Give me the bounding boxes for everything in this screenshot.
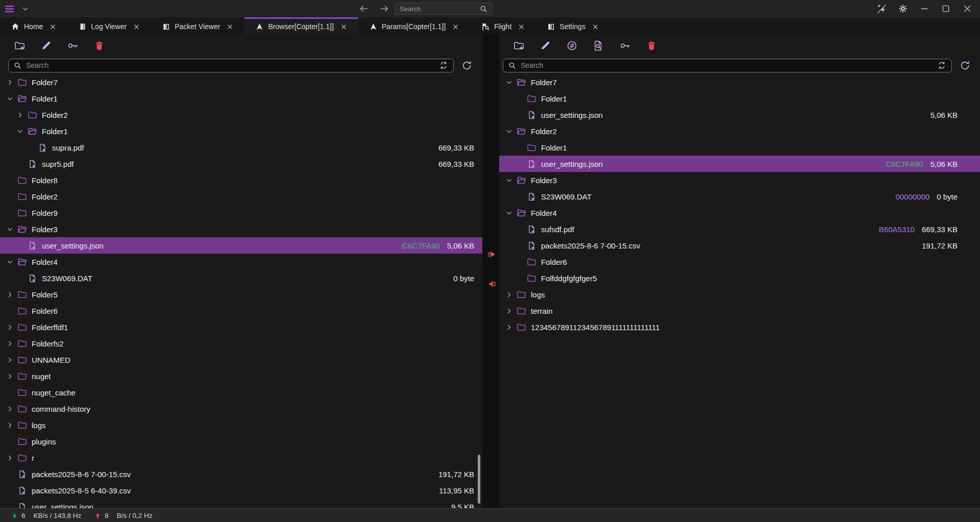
tree-item-folder2[interactable]: Folder2 xyxy=(0,188,482,205)
copy-to-right-button[interactable] xyxy=(486,248,497,260)
chevron-right-icon[interactable] xyxy=(6,421,17,429)
tree-item-folder3[interactable]: Folder3 xyxy=(0,221,482,237)
tree-item-nuget[interactable]: nuget xyxy=(0,368,482,384)
edit-button[interactable] xyxy=(40,39,53,52)
tree-item-s23w069-dat[interactable]: S23W069.DAT000000000 byte xyxy=(499,188,980,205)
key-button[interactable] xyxy=(66,39,79,52)
settings-gear-button[interactable] xyxy=(895,2,911,16)
chevron-right-icon[interactable] xyxy=(16,111,28,119)
chevron-right-icon[interactable] xyxy=(6,340,17,347)
chevron-down-icon[interactable] xyxy=(6,95,17,103)
chevron-down-icon[interactable] xyxy=(6,258,17,266)
tree-item-12345678911234567891111111111111[interactable]: 12345678911234567891111111111111 xyxy=(499,319,980,335)
sync-button[interactable] xyxy=(566,39,578,52)
tree-item-supra-pdf[interactable]: supra.pdf669,33 KB xyxy=(0,139,482,156)
tree-item-packets2025-8-6-7-00-15-csv[interactable]: packets2025-8-6 7-00-15.csv191,72 KB xyxy=(0,466,482,482)
tree-item-command-history[interactable]: command-history xyxy=(0,401,482,417)
tree-item-packets2025-8-6-7-00-15-csv[interactable]: packets2025-8-6 7-00-15.csv191,72 KB xyxy=(499,237,980,254)
tree-item-s23w069-dat[interactable]: S23W069.DAT0 byte xyxy=(0,270,482,286)
tree-item-plugins[interactable]: plugins xyxy=(0,433,482,450)
left-scrollbar-thumb[interactable] xyxy=(478,455,480,504)
main-menu-button[interactable] xyxy=(0,0,18,17)
close-tab-icon[interactable] xyxy=(133,23,140,30)
chevron-right-icon[interactable] xyxy=(505,324,517,331)
close-tab-icon[interactable] xyxy=(592,23,599,30)
delete-button[interactable] xyxy=(645,39,658,52)
back-button[interactable] xyxy=(358,2,370,15)
tree-item-user-settings-json[interactable]: user_settings.json5,06 KB xyxy=(499,107,980,123)
menu-expand-button[interactable] xyxy=(18,0,32,17)
tab-flight[interactable]: Flight xyxy=(470,17,536,34)
chevron-right-icon[interactable] xyxy=(505,291,517,299)
tree-item-nuget-cache[interactable]: nuget_cache xyxy=(0,384,482,401)
key-button[interactable] xyxy=(619,39,631,52)
delete-button[interactable] xyxy=(93,39,106,52)
close-tab-icon[interactable] xyxy=(452,23,459,30)
close-window-button[interactable] xyxy=(960,2,975,16)
theme-toggle-button[interactable] xyxy=(874,2,889,16)
tree-item-folderffdf1[interactable]: Folderffdf1 xyxy=(0,319,482,335)
tree-item-folder6[interactable]: Folder6 xyxy=(499,254,980,270)
left-refresh-button[interactable] xyxy=(460,59,473,71)
chevron-down-icon[interactable] xyxy=(16,128,28,135)
tree-item-r[interactable]: r xyxy=(0,450,482,466)
tree-item-folfddgfgfgfger5[interactable]: Folfddgfgfgfger5 xyxy=(499,270,980,286)
global-search-input[interactable] xyxy=(400,5,476,13)
chevron-right-icon[interactable] xyxy=(6,291,17,299)
tree-item-packets2025-8-5-6-40-39-csv[interactable]: packets2025-8-5 6-40-39.csv113,95 KB xyxy=(0,482,482,499)
tree-item-folder1[interactable]: Folder1 xyxy=(499,90,980,107)
tree-item-folder9[interactable]: Folder9 xyxy=(0,205,482,221)
tree-item-folder6[interactable]: Folder6 xyxy=(0,303,482,319)
edit-button[interactable] xyxy=(539,39,552,52)
file-search-button[interactable] xyxy=(592,39,605,52)
tree-item-folder4[interactable]: Folder4 xyxy=(0,254,482,270)
right-refresh-button[interactable] xyxy=(959,59,971,71)
minimize-button[interactable] xyxy=(917,2,932,16)
chevron-down-icon[interactable] xyxy=(505,128,517,135)
right-file-search-input[interactable] xyxy=(521,61,933,69)
global-search-box[interactable] xyxy=(395,3,493,15)
chevron-right-icon[interactable] xyxy=(6,79,17,86)
chevron-down-icon[interactable] xyxy=(505,79,517,86)
chevron-right-icon[interactable] xyxy=(6,372,17,380)
tree-item-supr5-pdf[interactable]: supr5.pdf669,33 KB xyxy=(0,156,482,172)
chevron-down-icon[interactable] xyxy=(505,177,517,184)
tab-params-copter-1-1[interactable]: Params[Copter[1.1]] xyxy=(358,17,470,34)
close-tab-icon[interactable] xyxy=(50,23,56,30)
new-folder-button[interactable] xyxy=(512,39,525,52)
sync-icon[interactable] xyxy=(439,61,448,70)
chevron-right-icon[interactable] xyxy=(6,454,17,462)
sync-icon[interactable] xyxy=(937,61,946,70)
tree-item-folder8[interactable]: Folder8 xyxy=(0,172,482,188)
tab-browser-copter-1-1[interactable]: Browser[Copter[1.1]] xyxy=(244,17,358,34)
tree-item-folder2[interactable]: Folder2 xyxy=(499,123,980,139)
tree-item-folder7[interactable]: Folder7 xyxy=(499,74,980,90)
chevron-down-icon[interactable] xyxy=(6,226,17,233)
right-file-search-box[interactable] xyxy=(503,59,952,72)
chevron-right-icon[interactable] xyxy=(6,405,17,413)
chevron-right-icon[interactable] xyxy=(6,324,17,331)
left-file-search-box[interactable] xyxy=(8,59,454,72)
tree-item-logs[interactable]: logs xyxy=(0,417,482,433)
tree-item-user-settings-json[interactable]: user_settings.json9,5 KB xyxy=(0,499,482,508)
tree-item-unnamed[interactable]: UNNAMED xyxy=(0,352,482,368)
tree-item-folder4[interactable]: Folder4 xyxy=(499,205,980,221)
tree-item-folder7[interactable]: Folder7 xyxy=(0,74,482,90)
tab-packet-viewer[interactable]: Packet Viewer xyxy=(151,17,244,34)
close-tab-icon[interactable] xyxy=(518,23,525,30)
tab-settings[interactable]: Settings xyxy=(536,17,610,34)
copy-to-left-button[interactable] xyxy=(486,278,497,289)
chevron-right-icon[interactable] xyxy=(505,307,517,315)
tab-home[interactable]: Home xyxy=(0,17,67,34)
close-tab-icon[interactable] xyxy=(340,23,347,30)
tree-item-folder1[interactable]: Folder1 xyxy=(0,123,482,139)
chevron-right-icon[interactable] xyxy=(6,356,17,364)
maximize-button[interactable] xyxy=(938,2,953,16)
tree-item-terrain[interactable]: terrain xyxy=(499,303,980,319)
tree-item-folder1[interactable]: Folder1 xyxy=(0,90,482,107)
tree-item-logs[interactable]: logs xyxy=(499,286,980,303)
new-folder-button[interactable] xyxy=(13,39,26,52)
tab-log-viewer[interactable]: Log Viewer xyxy=(67,17,151,34)
tree-item-folder3[interactable]: Folder3 xyxy=(499,172,980,188)
tree-item-user-settings-json[interactable]: user_settings.jsonC6C7FA905,06 KB xyxy=(499,156,980,172)
